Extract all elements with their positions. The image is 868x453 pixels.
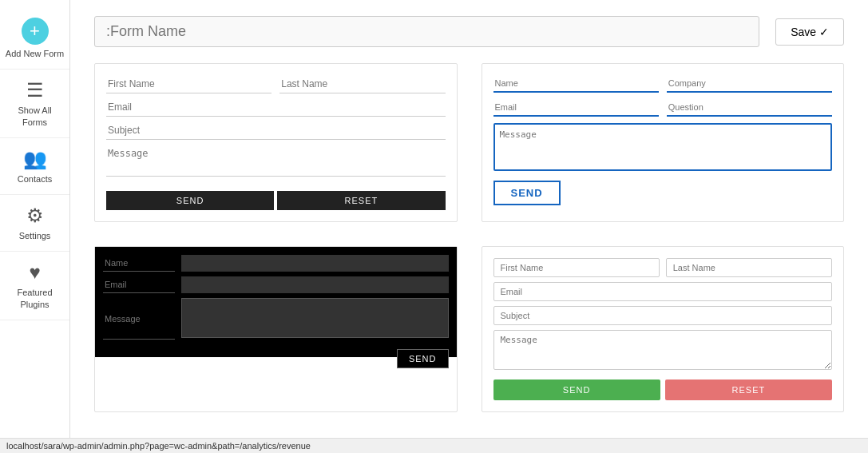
- sidebar-item-settings[interactable]: ⚙ Settings: [0, 195, 69, 252]
- form1-row1: [106, 75, 446, 98]
- form2-email[interactable]: [493, 99, 659, 117]
- form-card-3: SEND: [94, 246, 458, 412]
- form3-msg-label[interactable]: [103, 298, 175, 340]
- form1-buttons: SEND RESET: [106, 191, 446, 210]
- form4-firstname[interactable]: [493, 258, 660, 277]
- form1-lastname[interactable]: [279, 75, 445, 93]
- form4-message[interactable]: [493, 330, 833, 370]
- form4-email[interactable]: [493, 282, 833, 301]
- form-blue: SEND: [493, 75, 833, 205]
- form3-row3: [103, 298, 449, 344]
- form3-row1: [103, 255, 449, 276]
- form4-reset-button[interactable]: RESET: [665, 379, 832, 400]
- sidebar-item-label-add-new: Add New Form: [6, 48, 64, 59]
- form-name-input[interactable]: [94, 16, 759, 47]
- form-card-1: SEND RESET: [94, 63, 458, 222]
- sidebar-item-label-show-all: Show All Forms: [5, 105, 65, 128]
- form3-name-extra[interactable]: [181, 255, 449, 272]
- form3-email[interactable]: [103, 276, 175, 293]
- top-bar: Save ✓: [94, 16, 844, 47]
- form1-subject[interactable]: [106, 121, 446, 140]
- form-colored: SEND RESET: [493, 258, 833, 400]
- form-card-2: SEND: [482, 63, 845, 222]
- form2-send-button[interactable]: SEND: [493, 181, 561, 205]
- form1-email[interactable]: [106, 98, 446, 117]
- sidebar-item-show-all-forms[interactable]: ☰ Show All Forms: [0, 70, 69, 138]
- form2-row1: [493, 75, 833, 99]
- sidebar-item-add-new-form[interactable]: + Add New Form: [0, 8, 69, 70]
- form1-reset-button[interactable]: RESET: [277, 191, 445, 210]
- contacts-icon: 👥: [23, 148, 47, 170]
- form2-question[interactable]: [667, 99, 832, 117]
- form4-lastname[interactable]: [666, 258, 832, 277]
- sidebar-item-contacts[interactable]: 👥 Contacts: [0, 138, 69, 195]
- sidebar-item-label-settings: Settings: [19, 230, 51, 241]
- form4-send-button[interactable]: SEND: [493, 379, 660, 400]
- sidebar-item-featured-plugins[interactable]: ♥ Featured Plugins: [0, 252, 69, 320]
- form3-message[interactable]: [181, 298, 449, 338]
- form3-name[interactable]: [103, 255, 175, 272]
- save-button[interactable]: Save ✓: [775, 18, 844, 46]
- form2-row2: [493, 99, 833, 123]
- form3-send-button[interactable]: SEND: [397, 349, 449, 368]
- form4-subject[interactable]: [493, 306, 833, 325]
- plus-icon: +: [22, 18, 49, 45]
- form2-name[interactable]: [493, 75, 659, 93]
- gear-icon: ⚙: [26, 205, 44, 227]
- form3-row2: [103, 276, 449, 298]
- form-light: SEND RESET: [106, 75, 446, 210]
- form1-send-button[interactable]: SEND: [106, 191, 274, 210]
- form4-row1: [493, 258, 833, 282]
- heart-icon: ♥: [29, 261, 40, 284]
- status-bar: localhost/sara/wp-admin/admin.php?page=w…: [0, 438, 868, 453]
- main-content: Save ✓ SEND RESET: [70, 0, 868, 453]
- status-url: localhost/sara/wp-admin/admin.php?page=w…: [6, 441, 311, 451]
- sidebar-item-label-contacts: Contacts: [18, 173, 52, 185]
- sidebar-item-label-plugins: Featured Plugins: [5, 287, 65, 310]
- form2-company[interactable]: [667, 75, 832, 93]
- sidebar: + Add New Form ☰ Show All Forms 👥 Contac…: [0, 0, 70, 453]
- list-icon: ☰: [26, 79, 44, 101]
- form-dark: SEND: [95, 247, 457, 357]
- form3-email-extra[interactable]: [181, 276, 449, 293]
- forms-area: SEND RESET SEND: [94, 63, 844, 412]
- form1-firstname[interactable]: [106, 75, 271, 93]
- form2-message[interactable]: [493, 123, 833, 171]
- form1-message[interactable]: [106, 145, 446, 177]
- form-card-4: SEND RESET: [482, 246, 845, 412]
- form4-buttons: SEND RESET: [493, 379, 833, 400]
